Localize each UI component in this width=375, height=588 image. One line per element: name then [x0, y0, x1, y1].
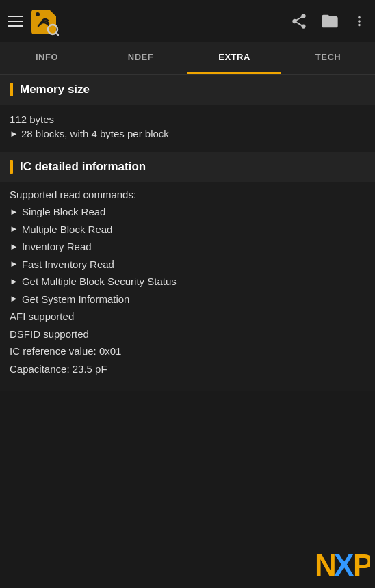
nxp-logo: N X P	[315, 548, 370, 583]
cmd-label-2: Multiple Block Read	[22, 221, 113, 239]
memory-blocks-info: ► 28 blocks, with 4 bytes per block	[10, 128, 365, 139]
share-button[interactable]	[290, 12, 308, 30]
cmd-single-block-read: ► Single Block Read	[10, 203, 365, 221]
memory-section-body: 112 bytes ► 28 blocks, with 4 bytes per …	[0, 105, 375, 149]
capacitance-value: Capacitance: 23.5 pF	[10, 360, 365, 378]
svg-text:P: P	[353, 548, 370, 580]
top-bar-right	[290, 12, 367, 31]
cmd-fast-inventory-read: ► Fast Inventory Read	[10, 256, 365, 273]
cmd-label-4: Fast Inventory Read	[22, 256, 114, 273]
ic-section-body: Supported read commands: ► Single Block …	[0, 182, 375, 391]
svg-text:X: X	[334, 548, 354, 580]
cmd-arrow-5: ►	[10, 274, 18, 289]
ic-section-title: IC detailed information	[20, 160, 146, 174]
menu-icon[interactable]	[8, 16, 23, 27]
cmd-label-5: Get Multiple Block Security Status	[22, 273, 177, 291]
memory-section-title: Memory size	[20, 83, 90, 96]
memory-section-header: Memory size	[0, 75, 375, 105]
cmd-inventory-read: ► Inventory Read	[10, 238, 365, 256]
memory-accent-bar	[10, 83, 13, 96]
cmd-label-3: Inventory Read	[22, 238, 92, 256]
afi-info: AFI supported	[10, 308, 365, 325]
supported-commands-label: Supported read commands:	[10, 189, 365, 200]
svg-text:N: N	[315, 548, 337, 580]
cmd-arrow-2: ►	[10, 222, 18, 237]
dsfid-info: DSFID supported	[10, 325, 365, 343]
ic-reference-value: IC reference value: 0x01	[10, 343, 365, 360]
cmd-get-system-information: ► Get System Information	[10, 291, 365, 308]
tab-extra[interactable]: EXTRA	[188, 42, 281, 74]
cmd-arrow-3: ►	[10, 239, 18, 254]
ic-section: IC detailed information Supported read c…	[0, 152, 375, 391]
cmd-label-6: Get System Information	[22, 291, 130, 308]
cmd-arrow-1: ►	[10, 204, 18, 219]
top-bar-left	[8, 7, 59, 36]
cmd-label-1: Single Block Read	[22, 203, 106, 221]
folder-button[interactable]	[320, 12, 339, 31]
tab-info[interactable]: INFO	[0, 42, 94, 74]
app-logo	[30, 7, 59, 36]
cmd-multiple-block-read: ► Multiple Block Read	[10, 221, 365, 239]
top-bar	[0, 0, 375, 42]
content-area: Memory size 112 bytes ► 28 blocks, with …	[0, 75, 375, 391]
ic-section-header: IC detailed information	[0, 152, 375, 182]
cmd-arrow-6: ►	[10, 291, 18, 306]
cmd-arrow-4: ►	[10, 256, 18, 271]
blocks-detail: 28 blocks, with 4 bytes per block	[21, 128, 169, 139]
memory-size-bytes: 112 bytes	[10, 111, 365, 128]
svg-line-2	[57, 34, 60, 36]
blocks-arrow: ►	[10, 129, 18, 139]
cmd-get-multiple-block-security: ► Get Multiple Block Security Status	[10, 273, 365, 291]
tab-ndef[interactable]: NDEF	[94, 42, 188, 74]
svg-point-0	[36, 12, 40, 16]
ic-accent-bar	[10, 160, 13, 174]
tab-tech[interactable]: TECH	[281, 42, 375, 74]
more-options-button[interactable]	[352, 14, 367, 29]
tab-bar: INFO NDEF EXTRA TECH	[0, 42, 375, 75]
